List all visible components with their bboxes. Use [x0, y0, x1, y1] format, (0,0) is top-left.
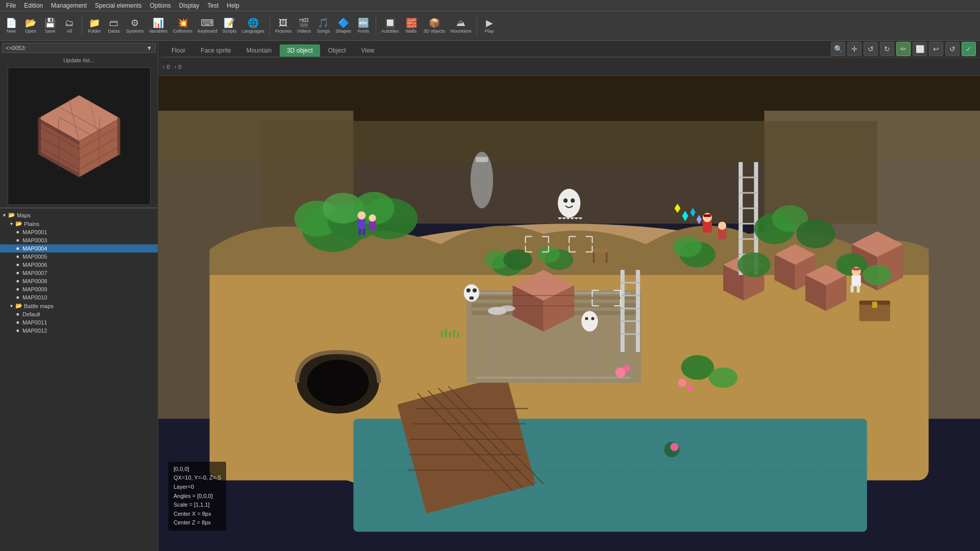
menu-test[interactable]: Test: [203, 1, 223, 10]
map-canvas-area[interactable]: [0,0,0] QX=10, Y=-0, Z=-5 Layer=0 Angles…: [158, 76, 980, 551]
datas-icon: 🗃: [109, 18, 118, 28]
toolbar-scripts[interactable]: 📝 Scripts: [220, 17, 238, 35]
toolbar-sep-2: [270, 16, 270, 36]
svg-point-137: [473, 288, 477, 292]
svg-point-201: [500, 305, 515, 311]
toolbar-videos[interactable]: 🎬 Videos: [295, 17, 313, 35]
menu-options[interactable]: Options: [145, 1, 175, 10]
toolbar-collisions[interactable]: 💥 Collisions: [170, 17, 194, 35]
tree-item-map0007[interactable]: ■ MAP0007: [0, 269, 158, 277]
map-scene-svg: [158, 76, 980, 551]
svg-point-122: [673, 237, 701, 257]
tree-label: Battle maps: [24, 303, 54, 309]
tree-item-map0009[interactable]: ■ MAP0009: [0, 285, 158, 293]
svg-rect-152: [703, 221, 712, 232]
right-area: Floor Face sprite Mountain 3D object Obj…: [158, 41, 980, 551]
toolbar-save[interactable]: 💾 Save: [41, 17, 59, 35]
collisions-icon: 💥: [177, 18, 188, 28]
toolbar-new[interactable]: 📄 New: [2, 17, 20, 35]
toolbar-folder-label: Folder: [88, 29, 101, 34]
folder-open-icon: 📂: [8, 212, 15, 218]
toolbar-shapes[interactable]: 🔷 Shapes: [333, 17, 353, 35]
map-selector-value: <>0053:: [6, 45, 26, 51]
tree-item-map0010[interactable]: ■ MAP0010: [0, 293, 158, 302]
tree-label: MAP0009: [22, 286, 47, 292]
tab-object[interactable]: Object: [321, 44, 353, 57]
tab-face-sprite[interactable]: Face sprite: [193, 44, 238, 57]
toolbar-sep-1: [82, 16, 82, 36]
tree-item-map0011[interactable]: ■ MAP0011: [0, 318, 158, 327]
menu-edition[interactable]: Edition: [20, 1, 47, 10]
menu-file[interactable]: File: [2, 1, 20, 10]
preview-cube: [23, 85, 135, 187]
svg-rect-171: [592, 248, 607, 253]
menu-help[interactable]: Help: [223, 1, 243, 10]
toolbar-mountains[interactable]: ⛰ Mountains: [448, 17, 474, 35]
walls-icon: 🧱: [406, 18, 417, 28]
svg-point-136: [467, 288, 471, 292]
rotate-left-icon-btn[interactable]: ↺: [864, 42, 878, 56]
tree-item-plains[interactable]: ▼ 📂 Plains: [0, 219, 158, 228]
svg-rect-170: [872, 302, 877, 308]
toolbar-folder[interactable]: 📁 Folder: [85, 17, 104, 35]
confirm-icon-btn[interactable]: ✓: [962, 42, 976, 56]
menu-management[interactable]: Management: [47, 1, 91, 10]
tree-item-map0012[interactable]: ■ MAP0012: [0, 327, 158, 335]
toolbar-3dobjects[interactable]: 📦 3D objects: [422, 17, 448, 35]
toolbar-languages[interactable]: 🌐 Languages: [239, 17, 266, 35]
toolbar-autotiles[interactable]: 🔲 Autotiles: [379, 17, 401, 35]
svg-point-162: [678, 379, 686, 387]
systems-icon: ⚙: [131, 18, 139, 28]
toolbar-play[interactable]: ▶ Play: [480, 17, 499, 35]
tree-item-map0001[interactable]: ■ MAP0001: [0, 228, 158, 236]
tree-item-map0008[interactable]: ■ MAP0008: [0, 277, 158, 285]
tree-item-map0006[interactable]: ■ MAP0006: [0, 261, 158, 269]
dropdown-arrow-icon: ▼: [146, 45, 152, 51]
map-selector-dropdown[interactable]: <>0053: ▼: [2, 43, 156, 53]
toolbar-collisions-label: Collisions: [173, 29, 192, 34]
play-icon: ▶: [486, 18, 493, 28]
toolbar-walls[interactable]: 🧱 Walls: [402, 17, 421, 35]
info-line-7: Center Z = 8px: [174, 518, 221, 528]
tree-item-map0004[interactable]: ■ MAP0004: [0, 244, 158, 253]
tree-label: MAP0006: [22, 262, 47, 268]
tree-item-map0003[interactable]: ■ MAP0003: [0, 236, 158, 244]
rotate-right-icon-btn[interactable]: ↻: [880, 42, 894, 56]
fonts-icon: 🔤: [358, 18, 369, 28]
tree-item-battlemaps[interactable]: ▼ 📂 Battle maps: [0, 302, 158, 310]
tree-item-map0005[interactable]: ■ MAP0005: [0, 253, 158, 261]
tab-mountain[interactable]: Mountain: [239, 44, 279, 57]
tree-item-default[interactable]: ■ Default: [0, 310, 158, 318]
redo-icon-btn[interactable]: ↺: [945, 42, 960, 56]
toolbar-all[interactable]: 🗂 All: [60, 17, 79, 35]
undo-icon-btn[interactable]: ↩: [929, 42, 943, 56]
rect-icon-btn[interactable]: ⬜: [913, 42, 927, 56]
update-list-button[interactable]: Update list...: [0, 55, 158, 65]
svg-rect-205: [453, 330, 455, 338]
zoom-icon-btn[interactable]: 🔍: [831, 42, 845, 56]
toolbar-fonts[interactable]: 🔤 Fonts: [354, 17, 373, 35]
pencil-icon-btn[interactable]: ✏: [896, 42, 911, 56]
toolbar-variables[interactable]: 📊 Variables: [147, 17, 170, 35]
svg-rect-172: [593, 253, 595, 263]
toolbar-scripts-label: Scripts: [223, 29, 237, 34]
svg-point-128: [863, 265, 892, 285]
tab-view[interactable]: View: [354, 44, 381, 57]
tab-floor[interactable]: Floor: [164, 44, 192, 57]
expand-arrow-icon: ▼: [9, 304, 15, 309]
variables-icon: 📊: [153, 18, 164, 28]
toolbar-keyboard[interactable]: ⌨ Keyboard: [195, 17, 219, 35]
toolbar-pictures[interactable]: 🖼 Pictures: [273, 17, 294, 35]
select-icon-btn[interactable]: ✛: [847, 42, 862, 56]
coord-x-value: 0: [167, 64, 170, 70]
tree-item-maps[interactable]: ▼ 📂 Maps: [0, 211, 158, 219]
menu-display[interactable]: Display: [175, 1, 203, 10]
toolbar-datas[interactable]: 🗃 Datas: [105, 17, 123, 35]
tab-3d-object[interactable]: 3D object: [280, 44, 320, 57]
songs-icon: 🎵: [317, 18, 329, 28]
scripts-icon: 📝: [224, 18, 235, 28]
toolbar-songs[interactable]: 🎵 Songs: [314, 17, 332, 35]
toolbar-systems[interactable]: ⚙ Systems: [124, 17, 146, 35]
menu-special-elements[interactable]: Special elements: [91, 1, 145, 10]
toolbar-open[interactable]: 📂 Open: [21, 17, 40, 35]
